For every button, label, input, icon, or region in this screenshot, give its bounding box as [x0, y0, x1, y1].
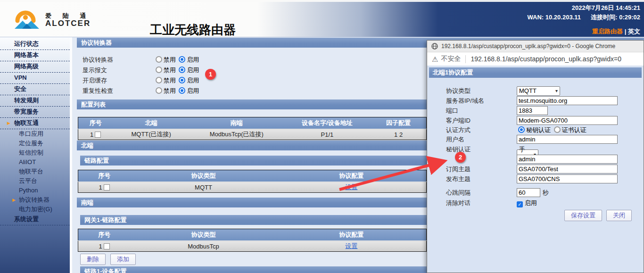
subscribe-topic-input[interactable] [517, 165, 618, 174]
radio-label-enable: 启用 [187, 87, 199, 94]
radio-enable[interactable] [179, 87, 185, 94]
sidebar-item-label: 定位服务 [19, 140, 43, 147]
sidebar-item-label: 带宽服务 [14, 108, 39, 115]
table-action-buttons: 删除 添加 [80, 254, 136, 265]
protocol-type-select[interactable]: MQTT▾ [517, 86, 560, 96]
password-input[interactable] [517, 155, 618, 164]
radio-label-disable: 禁用 [164, 87, 176, 94]
sidebar-item-sms-control[interactable]: 短信控制 [0, 148, 70, 157]
connection-time-text: 连接时间: 0:29:02 [591, 14, 640, 21]
radio-cert-auth[interactable] [554, 126, 561, 133]
radio-disable[interactable] [156, 77, 162, 83]
cell-index: 1 [78, 182, 131, 193]
chevron-down-icon: ▾ [555, 86, 558, 96]
sidebar-item-vpn[interactable]: VPN [0, 73, 70, 84]
field-row-publish-topic: 发布主题 [427, 174, 644, 184]
sidebar-item-power-encryption[interactable]: 电力加密(G) [0, 205, 70, 214]
cell-protocol-type: MQTT [130, 182, 276, 193]
sidebar-item-python[interactable]: Python [0, 186, 70, 195]
close-button[interactable]: 关闭 [606, 210, 632, 221]
sidebar-item-network-advanced[interactable]: 网络高级 [0, 61, 70, 73]
radio-enable[interactable] [179, 77, 185, 83]
form-label: 开启缓存 [83, 75, 152, 86]
popup-addressbar[interactable]: ⚠ 不安全 192.168.8.1/asp/custapp/procon_upl… [427, 52, 644, 66]
table-header-row: 序号 协议类型 协议配置 [78, 170, 427, 182]
radio-label-disable: 禁用 [164, 56, 176, 63]
radio-key-auth[interactable] [518, 126, 525, 133]
sidebar-item-protocol-converter[interactable]: ▶协议转换器 [0, 195, 70, 205]
sidebar-item-cloud-platform[interactable]: 云平台 [0, 176, 70, 186]
heartbeat-unit: 秒 [543, 189, 549, 196]
save-settings-button[interactable]: 保存设置 [564, 210, 602, 221]
row-index: 1 [99, 243, 102, 250]
sidebar-item-run-status[interactable]: 运行状态 [0, 39, 70, 50]
client-id-input[interactable] [517, 116, 618, 125]
field-label: 协议类型 [446, 86, 471, 96]
radio-enable[interactable] [179, 56, 185, 63]
popup-section-bar: 北端1协议配置 [429, 67, 642, 78]
security-label: 不安全 [441, 55, 461, 63]
sidebar-item-system-settings[interactable]: 系统设置 [0, 214, 70, 225]
form-label: 协议转换器 [83, 55, 152, 65]
reboot-router-link[interactable]: 重启路由器 [592, 28, 623, 35]
sidebar-item-serial-app[interactable]: 串口应用 [0, 129, 70, 139]
brand-name-en: ALOTCER [45, 19, 91, 28]
clear-session-checkbox[interactable] [517, 201, 523, 207]
row-index: 1 [90, 131, 93, 138]
cell-protocol-config: 设置 [277, 182, 427, 193]
sidebar-item-iot-interconnect[interactable]: ▶物联互通 [0, 118, 70, 129]
field-label: 端口 [446, 106, 458, 116]
sidebar-item-location-service[interactable]: 定位服务 [0, 139, 70, 148]
field-label: 心跳间隔 [446, 188, 471, 198]
form-label: 重复性检查 [83, 86, 152, 96]
sidebar-item-label: 物联平台 [19, 168, 43, 175]
row-checkbox[interactable] [104, 184, 110, 190]
language-toggle-link[interactable]: 英文 [628, 28, 640, 35]
sidebar-item-security[interactable]: 安全 [0, 84, 70, 95]
sidebar-item-bandwidth-service[interactable]: 带宽服务 [0, 107, 70, 118]
col-header-north: 北端 [113, 117, 190, 129]
delete-button[interactable]: 删除 [80, 254, 106, 265]
radio-enable[interactable] [179, 66, 185, 73]
north-settings-link[interactable]: 设置 [345, 183, 357, 190]
field-label: 订阅主题 [446, 164, 471, 174]
sidebar-item-label: AliIOT [19, 158, 36, 165]
radio-disable[interactable] [156, 66, 162, 73]
col-header-index: 序号 [78, 117, 113, 129]
sidebar-item-label: 安全 [14, 85, 26, 92]
south-link-table: 序号 协议类型 协议配置 1 ModbusTcp 设置 [78, 229, 427, 252]
active-arrow-icon: ▶ [12, 195, 16, 205]
field-label: 客户端ID [446, 116, 471, 125]
heartbeat-input[interactable] [517, 188, 540, 197]
form-row-duplicate-check: 重复性检查 禁用 启用 [83, 86, 199, 96]
add-button[interactable]: 添加 [110, 254, 136, 265]
radio-label-cert-auth: 证书认证 [562, 126, 586, 133]
field-label: 服务器IP/域名 [446, 96, 484, 106]
south-settings-link[interactable]: 设置 [345, 242, 357, 249]
username-input[interactable] [517, 135, 618, 144]
radio-label-enable: 启用 [187, 56, 199, 63]
field-label: 用户名 [446, 134, 464, 144]
popup-titlebar[interactable]: 192.168.8.1/asp/custapp/procon_uplk.asp?… [427, 41, 644, 52]
popup-window-title: 192.168.8.1/asp/custapp/procon_uplk.asp?… [441, 43, 615, 50]
cell-device: P1/1 [283, 129, 371, 140]
sidebar-item-label: 云平台 [19, 177, 37, 184]
sidebar-item-network-basic[interactable]: 网络基本 [0, 50, 70, 61]
radio-disable[interactable] [156, 56, 162, 63]
field-row-server: 服务器IP/域名 [427, 96, 644, 106]
row-checkbox[interactable] [95, 132, 101, 138]
sidebar-item-label: 协议转换器 [19, 196, 50, 203]
sidebar-item-forward-rules[interactable]: 转发规则 [0, 95, 70, 107]
radio-disable[interactable] [156, 87, 162, 94]
field-row-client-id: 客户端ID [427, 116, 644, 125]
cell-index: 1 [78, 241, 131, 252]
row-checkbox[interactable] [104, 243, 110, 249]
publish-topic-input[interactable] [517, 174, 618, 183]
sidebar-item-aliiot[interactable]: AliIOT [0, 157, 70, 167]
config-list-table: 序号 北端 南端 设备名字/设备地址 因子配置 1 MQTT(已连接) Modb… [78, 117, 427, 140]
form-row-enable-cache: 开启缓存 禁用 启用 [83, 75, 199, 86]
server-ip-input[interactable] [517, 96, 618, 105]
port-input[interactable] [517, 106, 548, 115]
radio-label-disable: 禁用 [164, 77, 176, 84]
sidebar-item-iot-platform[interactable]: 物联平台 [0, 167, 70, 176]
